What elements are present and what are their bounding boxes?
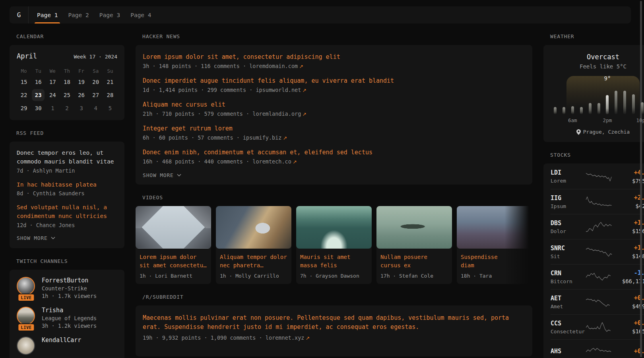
avatar xyxy=(17,277,35,295)
subreddit-post: Maecenas mollis pulvinar erat non posuer… xyxy=(143,313,525,341)
page-content: G Page 1 Page 2 Page 3 Page 4 xyxy=(10,6,631,358)
weather-hour-bar xyxy=(606,95,609,114)
page-tab[interactable]: Page 1 xyxy=(37,6,58,23)
app-logo[interactable]: G xyxy=(10,6,29,23)
hackernews-item-domain[interactable]: loremtech.co xyxy=(252,158,291,165)
stock-sparkline xyxy=(586,346,613,358)
twitch-channel-name[interactable]: ForrestBurton xyxy=(42,277,97,284)
calendar-date: 15 xyxy=(17,76,30,88)
calendar-date-cell: 29 xyxy=(17,101,31,115)
stock-id: SNRC Sit xyxy=(551,245,585,259)
stock-price: $66,171.48 xyxy=(614,278,644,284)
subreddit-post-stats: 19h · 9,932 points · 1,090 comments · xyxy=(143,335,266,341)
hackernews-item-stats: 16h · 468 points · 440 comments · xyxy=(143,158,252,165)
page-tabs: Page 1 Page 2 Page 3 Page 4 xyxy=(29,6,151,23)
subreddit-post-domain[interactable]: loremnet.xyz xyxy=(266,335,305,341)
video-card[interactable]: Mauris sit amet massa felis 7h · Grayson… xyxy=(296,206,372,284)
twitch-channel-name[interactable]: Trisha xyxy=(42,307,97,314)
stock-values: +1.36% $148.64 xyxy=(614,244,644,259)
video-thumbnail[interactable] xyxy=(296,206,372,249)
stock-id: DBS Dolor xyxy=(551,220,585,234)
stock-name: Sit xyxy=(551,253,585,259)
calendar-date: 4 xyxy=(89,102,102,114)
hackernews-show-more-button[interactable]: SHOW MORE xyxy=(143,172,525,178)
calendar-weekday: Su xyxy=(103,66,117,75)
calendar-date: 16 xyxy=(32,76,45,88)
stock-change: +2.84% xyxy=(614,194,644,201)
video-thumbnail[interactable] xyxy=(216,206,291,249)
video-title[interactable]: Aliquam tempor dolor nec pharetra… xyxy=(220,253,287,270)
video-title[interactable]: Nullam posuere cursus ex xyxy=(380,253,448,270)
rss-show-more-button[interactable]: SHOW MORE xyxy=(17,235,117,241)
hackernews-item-domain[interactable]: loremdomain.com xyxy=(249,63,298,69)
hackernews-item-title[interactable]: Lorem ipsum dolor sit amet, consectetur … xyxy=(143,53,525,61)
rss-item-title[interactable]: In hac habitasse platea xyxy=(17,181,117,189)
calendar-date: 25 xyxy=(60,89,73,101)
videos-carousel: Lorem ipsum dolor sit amet consectetu… 1… xyxy=(136,206,532,284)
calendar-weekday: Mo xyxy=(17,66,31,75)
video-card[interactable]: Aliquam tempor dolor nec pharetra… 1h · … xyxy=(216,206,291,284)
video-title[interactable]: Suspendisse diam xyxy=(461,253,528,270)
calendar-date-cell: 4 xyxy=(89,101,103,115)
right-column: WEATHER Overcast Feels like 5°C 9° 6am2p… xyxy=(543,23,644,358)
video-thumbnail[interactable] xyxy=(136,206,211,249)
hackernews-item-title[interactable]: Aliquam nec cursus elit xyxy=(143,101,525,109)
stock-name: Dolor xyxy=(551,228,585,234)
calendar-date-cell: 2 xyxy=(60,101,74,115)
video-card[interactable]: Nullam posuere cursus ex 17h · Stefan Co… xyxy=(376,206,452,284)
rss-item-title[interactable]: Donec tempor eros leo, ut commodo mauris… xyxy=(17,149,117,166)
video-meta: 1h · Molly Carrillo xyxy=(220,273,287,279)
chevron-down-icon xyxy=(51,237,55,239)
twitch-channel-row[interactable]: KendallCarr xyxy=(17,337,117,355)
hackernews-item: Lorem ipsum dolor sit amet, consectetur … xyxy=(143,53,525,69)
stocks-widget: LDI Lorem +4.35% $795.18 IIG Ipsum xyxy=(543,163,644,358)
calendar-weekday-row: MoTuWeThFrSaSu xyxy=(17,66,117,75)
weather-hourly-chart: 9° xyxy=(554,76,644,114)
calendar-header: April Week 17 · 2024 xyxy=(17,52,117,60)
hackernews-item-domain[interactable]: loremlandia.org xyxy=(252,111,301,117)
rss-item: In hac habitasse platea 8d · Cynthia Sau… xyxy=(17,181,117,197)
twitch-channel-meta: 1h · 1.7k viewers xyxy=(42,293,97,299)
hackernews-item-title[interactable]: Donec imperdiet augue tincidunt felis al… xyxy=(143,77,525,85)
stock-change: +0.92% xyxy=(614,294,644,302)
video-thumbnail[interactable] xyxy=(457,206,532,249)
location-pin-icon xyxy=(576,129,581,135)
stocks-section-title: STOCKS xyxy=(550,152,644,158)
video-card[interactable]: Lorem ipsum dolor sit amet consectetu… 1… xyxy=(136,206,211,284)
stock-name: Ipsum xyxy=(551,203,585,209)
page-tab[interactable]: Page 4 xyxy=(130,6,151,23)
page-tab[interactable]: Page 2 xyxy=(68,6,89,23)
hackernews-item-domain[interactable]: ipsumify.biz xyxy=(243,134,282,141)
calendar-date-cell: 21 xyxy=(103,75,117,88)
calendar-date: 2 xyxy=(60,102,73,114)
twitch-avatar-wrap xyxy=(17,337,36,355)
video-card[interactable]: Suspendisse diam 18h · Tara xyxy=(457,206,532,284)
hackernews-item: Donec imperdiet augue tincidunt felis al… xyxy=(143,77,525,93)
twitch-channel-row[interactable]: LIVE Trisha League of Legends 3h · 1.2k … xyxy=(17,307,117,329)
twitch-channel-row[interactable]: LIVE ForrestBurton Counter-Strike 1h · 1… xyxy=(17,277,117,299)
stock-symbol: CCS xyxy=(551,320,585,327)
calendar-weekday: Tu xyxy=(31,66,45,75)
hackernews-item-title[interactable]: Donec enim nibh, condimentum et accumsan… xyxy=(143,148,525,157)
twitch-channel-info: Trisha League of Legends 3h · 1.2k viewe… xyxy=(42,307,97,329)
page-scrollbar[interactable] xyxy=(640,1,642,357)
avatar xyxy=(17,337,35,355)
stock-values: +1.42% $156.28 xyxy=(614,219,644,234)
page-tab[interactable]: Page 3 xyxy=(99,6,120,23)
subreddit-post-title[interactable]: Maecenas mollis pulvinar erat non posuer… xyxy=(143,313,525,332)
video-title[interactable]: Lorem ipsum dolor sit amet consectetu… xyxy=(140,253,207,270)
hackernews-item-domain[interactable]: ipsumworld.net xyxy=(256,87,301,93)
stock-row: CRN Bitcorn -1.00% $66,171.48 xyxy=(551,264,644,289)
video-thumbnail[interactable] xyxy=(376,206,452,249)
external-link-icon: ↗ xyxy=(302,111,306,117)
video-title[interactable]: Mauris sit amet massa felis xyxy=(300,253,368,270)
calendar-date-cell: 1 xyxy=(45,101,60,115)
rss-item-meta: 8d · Cynthia Saunders xyxy=(17,190,117,197)
stock-price: $156.28 xyxy=(614,228,644,234)
twitch-channel-name[interactable]: KendallCarr xyxy=(42,337,81,344)
stock-row: AET Amet +0.92% $499.72 xyxy=(551,289,644,314)
stock-id: IIG Ipsum xyxy=(551,195,585,209)
calendar-date: 19 xyxy=(75,76,88,88)
rss-item-title[interactable]: Sed volutpat nulla nisl, a condimentum n… xyxy=(17,203,117,221)
hackernews-item-title[interactable]: Integer eget rutrum lorem xyxy=(143,125,525,133)
